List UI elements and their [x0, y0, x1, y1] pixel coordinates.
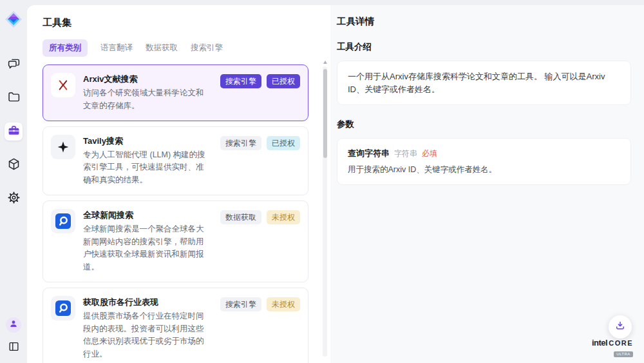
tool-card-body: Tavily搜索 专为人工智能代理 (LLM) 构建的搜索引擎工具，可快速提供实…: [83, 135, 213, 187]
tab-0[interactable]: 所有类别: [43, 39, 88, 57]
panel-icon: [8, 344, 20, 355]
details-title: 工具详情: [337, 15, 631, 28]
tool-card-body: 获取股市各行业表现 提供股票市场各个行业在特定时间段内的表现。投资者可以利用这些…: [83, 296, 213, 361]
download-icon: [614, 320, 626, 334]
tool-icon: [51, 73, 75, 97]
gear-icon: [7, 191, 21, 207]
search-q-icon: [55, 300, 71, 317]
tool-card[interactable]: Arxiv文献搜索 访问各个研究领域大量科学论文和文章的存储库。 搜索引擎 已授…: [43, 64, 308, 121]
arxiv-icon: [56, 78, 70, 92]
sidebar-item-tools[interactable]: [5, 123, 23, 141]
tool-badges: 数据获取 未授权: [220, 209, 300, 274]
tool-description: 访问各个研究领域大量科学论文和文章的存储库。: [83, 87, 213, 113]
scroll-up-icon[interactable]: [323, 61, 327, 64]
scrollbar-track[interactable]: [323, 66, 327, 357]
tool-card[interactable]: 全球新闻搜索 全球新闻搜索是一个聚合全球各大新闻网站内容的搜索引擎，帮助用户快速…: [43, 201, 308, 282]
sidebar-bottom: [0, 317, 27, 355]
tool-icon: [51, 296, 75, 320]
category-badge: 搜索引擎: [220, 74, 261, 88]
tool-cards: Arxiv文献搜索 访问各个研究领域大量科学论文和文章的存储库。 搜索引擎 已授…: [43, 64, 308, 363]
tool-card[interactable]: Tavily搜索 专为人工智能代理 (LLM) 构建的搜索引擎工具，可快速提供实…: [43, 126, 308, 195]
page-title: 工具集: [43, 17, 330, 29]
cube-icon: [7, 157, 21, 173]
sidebar-nav: [5, 55, 23, 208]
tool-card-body: 全球新闻搜索 全球新闻搜索是一个聚合全球各大新闻网站内容的搜索引擎，帮助用户快速…: [83, 209, 213, 274]
tool-badges: 搜索引擎 已授权: [220, 73, 300, 113]
tool-description: 专为人工智能代理 (LLM) 构建的搜索引擎工具，可快速提供实时、准确和真实的结…: [83, 149, 213, 187]
intro-box: 一个用于从Arxiv存储库搜索科学论文和文章的工具。 输入可以是Arxiv ID…: [337, 61, 631, 105]
toolbox-icon: [7, 124, 21, 140]
param-required-badge: 必填: [422, 148, 437, 159]
scrollbar-thumb[interactable]: [323, 69, 327, 158]
intro-heading: 工具介绍: [337, 41, 631, 53]
tool-title: 获取股市各行业表现: [83, 297, 213, 308]
param-name: 查询字符串: [348, 148, 390, 159]
panel-toggle-button[interactable]: [8, 340, 20, 355]
tab-3[interactable]: 搜索引擎: [191, 39, 223, 57]
sidebar-item-files[interactable]: [5, 89, 23, 107]
auth-status-badge: 未授权: [267, 210, 300, 224]
tool-badges: 搜索引擎 已授权: [220, 135, 300, 187]
param-description: 用于搜索的Arxiv ID、关键字或作者姓名。: [348, 164, 620, 175]
intel-core-logo: intel core Ultra: [589, 338, 636, 357]
auth-status-badge: 已授权: [267, 74, 300, 88]
param-box: 查询字符串 字符串 必填 用于搜索的Arxiv ID、关键字或作者姓名。: [337, 138, 631, 185]
tool-card[interactable]: 获取股市各行业表现 提供股票市场各个行业在特定时间段内的表现。投资者可以利用这些…: [43, 288, 308, 363]
tool-icon: [51, 209, 75, 233]
intel-brand-text: intel: [592, 338, 607, 347]
category-tabs: 所有类别语言翻译数据获取搜索引擎: [43, 39, 330, 57]
tool-badges: 搜索引擎 未授权: [220, 296, 300, 361]
app-logo: [5, 10, 23, 28]
sidebar-item-packages[interactable]: [5, 156, 23, 174]
intro-text: 一个用于从Arxiv存储库搜索科学论文和文章的工具。 输入可以是Arxiv ID…: [348, 70, 620, 95]
person-icon: [8, 319, 19, 331]
content-area: 工具集 所有类别语言翻译数据获取搜索引擎 Arxiv文献搜索: [27, 5, 644, 363]
tool-icon: [51, 135, 75, 159]
auth-status-badge: 已授权: [267, 136, 300, 150]
tool-description: 全球新闻搜索是一个聚合全球各大新闻网站内容的搜索引擎，帮助用户快速获取全球最新资…: [83, 223, 213, 274]
intel-logo-row: intel core: [589, 338, 636, 347]
sidebar: [0, 0, 27, 363]
intel-tier-badge: Ultra: [614, 351, 633, 357]
sparkle-icon: [56, 140, 70, 154]
download-button[interactable]: [609, 315, 632, 338]
params-heading: 参数: [337, 119, 631, 130]
tab-2[interactable]: 数据获取: [146, 39, 178, 57]
search-q-icon: [55, 213, 71, 230]
chat-icon: [7, 57, 21, 73]
folder-icon: [7, 90, 21, 106]
auth-status-badge: 未授权: [267, 297, 300, 311]
param-type: 字符串: [394, 148, 417, 159]
profile-button[interactable]: [6, 317, 21, 333]
tab-1[interactable]: 语言翻译: [100, 39, 133, 57]
sidebar-item-settings[interactable]: [5, 190, 23, 208]
sidebar-item-chat[interactable]: [5, 55, 23, 74]
tool-list-panel: 工具集 所有类别语言翻译数据获取搜索引擎 Arxiv文献搜索: [27, 5, 330, 363]
tool-details-panel: 工具详情 工具介绍 一个用于从Arxiv存储库搜索科学论文和文章的工具。 输入可…: [330, 5, 644, 363]
tool-description: 提供股票市场各个行业在特定时间段内的表现。投资者可以利用这些信息来识别表现优于或…: [83, 310, 213, 361]
category-badge: 数据获取: [220, 210, 261, 224]
category-badge: 搜索引擎: [220, 297, 261, 311]
tool-title: 全球新闻搜索: [83, 210, 213, 221]
tool-title: Tavily搜索: [83, 135, 213, 146]
tool-title: Arxiv文献搜索: [83, 74, 213, 84]
tool-card-body: Arxiv文献搜索 访问各个研究领域大量科学论文和文章的存储库。: [83, 73, 213, 113]
list-scrollbar[interactable]: [323, 61, 327, 357]
intel-product-text: core: [609, 340, 633, 347]
param-header: 查询字符串 字符串 必填: [348, 148, 620, 159]
category-badge: 搜索引擎: [220, 136, 261, 150]
